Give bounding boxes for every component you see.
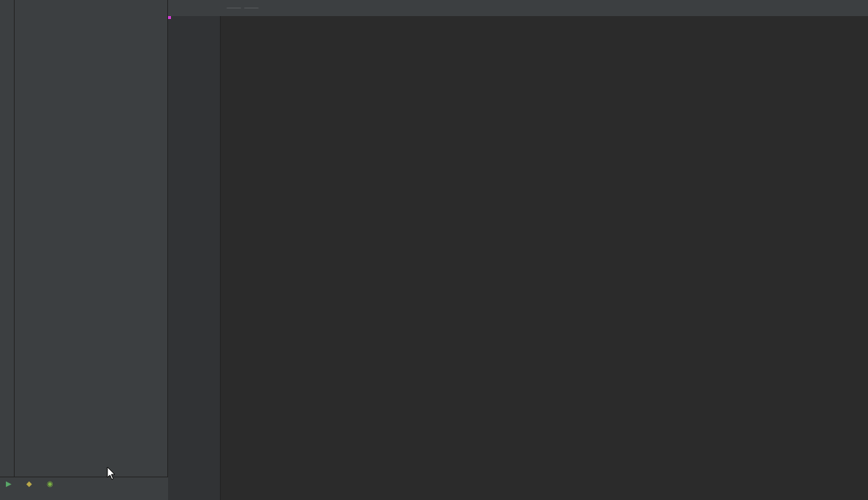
status-message [0, 490, 168, 500]
breadcrumb-method[interactable] [244, 7, 259, 9]
project-tree[interactable] [15, 0, 167, 500]
editor-area [168, 0, 868, 500]
tab-run[interactable]: ▶ [6, 480, 15, 488]
editor-gutter [168, 16, 221, 500]
breadcrumb [168, 0, 868, 16]
left-tool-strip [0, 0, 15, 500]
status-bar: ▶ ◆ ◉ [0, 477, 168, 500]
android-icon: ◉ [47, 480, 53, 488]
tab-todo[interactable]: ◆ [26, 480, 35, 488]
todo-icon: ◆ [26, 480, 32, 488]
bottom-tabs: ▶ ◆ ◉ [0, 477, 168, 490]
run-icon: ▶ [6, 480, 12, 488]
tab-android-monitor[interactable]: ◉ [47, 480, 56, 488]
project-sidebar [15, 0, 168, 500]
breadcrumb-class[interactable] [226, 7, 241, 9]
code-viewport[interactable] [168, 16, 868, 500]
